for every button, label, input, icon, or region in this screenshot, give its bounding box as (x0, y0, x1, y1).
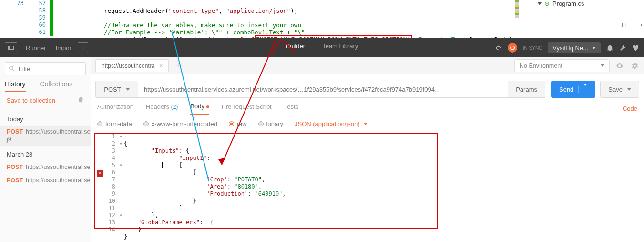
vs-code-body[interactable]: request.AddHeader("content-type", "appli… (56, 0, 516, 38)
svg-line-1 (13, 70, 15, 72)
binary-radio[interactable]: binary (258, 120, 283, 127)
builder-tab[interactable]: Builder (286, 42, 305, 53)
workspace-selector[interactable]: VysilHq Ne... (548, 42, 601, 53)
http-method-selector[interactable]: POST (95, 81, 138, 98)
headers-tab[interactable]: Headers (2) (146, 103, 178, 114)
save-button[interactable]: Save (600, 81, 639, 98)
error-gutter: × (97, 133, 105, 242)
send-label: Send (559, 86, 573, 93)
history-heading-march: March 28 (7, 146, 84, 161)
save-label: Save (608, 86, 623, 93)
editor-content[interactable]: { "Inputs": { "input1": [ { 'Crop': "POT… (124, 133, 286, 242)
body-type-options: form-data x-www-form-urlencoded raw bina… (91, 115, 644, 133)
center-tabs: Builder Team Library (286, 42, 358, 53)
svg-point-0 (10, 66, 13, 70)
save-to-collection-link[interactable]: Save to collection (7, 97, 55, 104)
line-number-gutter: 1234567891011121314 (105, 133, 119, 242)
sync-label: IN SYNC (523, 45, 542, 51)
minimize-icon[interactable]: — (602, 21, 608, 28)
solution-explorer-item[interactable]: ⊕ Program.cs (538, 0, 584, 7)
chevron-right-icon (538, 2, 542, 5)
history-heading-today: Today (7, 111, 84, 126)
workspace-label: VysilHq Ne... (552, 44, 588, 52)
vs-change-marks (50, 0, 56, 38)
request-tab[interactable]: https://ussouthcentra × (95, 59, 169, 72)
vs-line-numbers: 5758596061 (27, 0, 50, 38)
close-arrow-icon[interactable]: › (640, 21, 642, 28)
text-caret (162, 162, 163, 168)
notifications-icon[interactable] (606, 44, 613, 52)
chevron-down-icon (592, 47, 596, 49)
body-editor[interactable]: × 1234567891011121314 ▾▾▾▾ { "Inputs": {… (97, 133, 637, 242)
chevron-down-icon (364, 123, 368, 125)
history-item[interactable]: POSThttps://ussouthcentral.services.azur… (7, 161, 84, 174)
request-url-input[interactable]: https://ussouthcentral.services.azureml.… (138, 81, 508, 98)
raw-radio[interactable]: raw (229, 120, 247, 127)
urlencoded-radio[interactable]: x-www-form-urlencoded (143, 120, 217, 127)
error-marker-icon: × (97, 170, 103, 177)
environment-selector[interactable]: No Environment (514, 59, 610, 72)
environment-label: No Environment (520, 63, 562, 69)
vs-code-strip: 73 5758596061 request.AddHeader("content… (0, 0, 644, 38)
add-tab-button[interactable]: + (172, 61, 184, 71)
window-controls[interactable]: — ◻ › (602, 21, 642, 28)
history-item[interactable]: POSThttps://ussouthcentral.services.azur… (7, 174, 84, 188)
chevron-down-icon (126, 88, 130, 91)
params-button[interactable]: Params (508, 81, 545, 98)
close-tab-icon[interactable]: × (159, 63, 163, 69)
toggle-sidebar-button[interactable] (5, 42, 17, 53)
request-subtabs: Authorization Headers (2) Body Pre-reque… (91, 103, 644, 115)
generate-code-link[interactable]: Code (623, 105, 637, 112)
runner-button[interactable]: Runner (26, 44, 46, 52)
csharp-file-icon: ⊕ (544, 0, 550, 7)
tests-tab[interactable]: Tests (284, 103, 298, 114)
search-icon (9, 66, 15, 72)
prerequest-tab[interactable]: Pre-request Script (222, 103, 272, 114)
headers-count-badge: (2) (171, 104, 178, 110)
vs-overview-ruler[interactable] (515, 0, 519, 18)
request-bar: POST https://ussouthcentral.services.azu… (95, 81, 639, 98)
env-settings-icon[interactable] (630, 61, 640, 71)
history-tab[interactable]: History (5, 80, 26, 92)
maximize-icon[interactable]: ◻ (622, 21, 627, 28)
team-library-tab[interactable]: Team Library (322, 42, 358, 53)
collections-tab[interactable]: Collections (40, 80, 72, 92)
import-button[interactable]: Import (56, 44, 73, 52)
heart-icon[interactable] (632, 44, 639, 52)
sync-icon[interactable] (508, 43, 517, 53)
http-method-label: POST (104, 86, 121, 93)
authorization-tab[interactable]: Authorization (97, 103, 133, 114)
send-button[interactable]: Send (551, 81, 595, 98)
request-tabs-row: https://ussouthcentra × + No Environment (91, 57, 644, 74)
chevron-down-icon (601, 64, 604, 67)
postman-sidebar: History Collections Save to collection T… (0, 57, 91, 242)
new-tab-button[interactable]: + (78, 42, 88, 53)
settings-icon[interactable] (619, 44, 626, 52)
postman-main: https://ussouthcentra × + No Environment… (91, 57, 644, 242)
request-tab-label: https://ussouthcentra (102, 63, 154, 69)
fold-gutter[interactable]: ▾▾▾▾ (119, 133, 124, 242)
env-quicklook-icon[interactable] (614, 61, 625, 71)
clear-history-icon[interactable] (78, 96, 84, 104)
postman-topbar: Runner Import + Builder Team Library IN … (0, 38, 644, 57)
unsaved-dot-icon (206, 105, 209, 108)
content-type-label: JSON (application/json) (295, 120, 360, 127)
content-type-selector[interactable]: JSON (application/json) (295, 120, 368, 127)
interceptor-icon[interactable] (495, 44, 502, 52)
sidebar-filter-input[interactable] (5, 62, 86, 75)
history-item[interactable]: POSThttps://ussouthcentral.services.azur… (0, 126, 91, 146)
solution-file-label: Program.cs (552, 0, 584, 7)
body-tab[interactable]: Body (190, 103, 209, 115)
send-dropdown-icon[interactable] (578, 86, 587, 93)
vs-outer-line-numbers: 73 (0, 0, 27, 38)
chevron-down-icon (627, 88, 631, 91)
formdata-radio[interactable]: form-data (97, 120, 132, 127)
